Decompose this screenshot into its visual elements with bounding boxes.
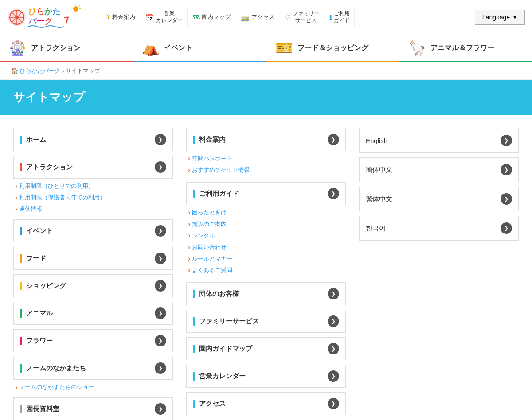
nav-access[interactable]: 🚃 アクセス	[236, 11, 279, 24]
tent-icon: ⛺	[142, 39, 160, 56]
sublink-help[interactable]: › 困ったときは	[188, 207, 346, 218]
section-pricing-label: 料金案内	[193, 136, 226, 144]
col3: English ❯ 簡体中文 ❯ 繁体中文 ❯ 한국어 ❯	[359, 128, 519, 245]
chevron-pass-icon: ›	[188, 155, 190, 163]
flower-arrow: ❯	[155, 335, 166, 346]
food-arrow: ❯	[155, 253, 166, 264]
section-biz-calendar[interactable]: 営業カレンダー ❯	[186, 365, 346, 388]
svg-text:パ: パ	[28, 17, 37, 26]
nav-pricing[interactable]: ¥ 料金案内	[102, 11, 140, 24]
section-event[interactable]: イベント ❯	[13, 219, 173, 242]
section-shopping-label: ショッピング	[20, 282, 66, 290]
main-nav-attraction[interactable]: 🎡 アトラクション	[0, 35, 133, 62]
lang-simplified-chinese-label: 簡体中文	[366, 166, 392, 174]
page-title: サイトマップ	[13, 89, 519, 105]
lang-traditional-chinese[interactable]: 繁体中文 ❯	[359, 187, 519, 211]
pricing-arrow: ❯	[328, 134, 339, 145]
pricing-sublinks: › 年間パスポート › おすすめチケット情報	[186, 153, 346, 176]
sublink-ticket[interactable]: › おすすめチケット情報	[188, 164, 346, 176]
section-biz-calendar-label: 営業カレンダー	[193, 372, 246, 381]
section-flower-label: フラワー	[20, 337, 53, 345]
chevron-right-icon: ›	[15, 182, 17, 190]
sublink-passport[interactable]: › 年間パスポート	[188, 153, 346, 164]
section-food[interactable]: フード ❯	[13, 247, 173, 270]
sublink-suspension[interactable]: › 運休情報	[15, 203, 173, 215]
sublink-restriction1[interactable]: › 利用制限（ひとりでの利用）	[15, 180, 173, 192]
svg-line-16	[78, 5, 80, 6]
sublink-facility[interactable]: › 施設のご案内	[188, 218, 346, 230]
lang-simplified-chinese[interactable]: 簡体中文 ❯	[359, 157, 519, 182]
section-family[interactable]: ファミリーサービス ❯	[186, 310, 346, 333]
lang-english[interactable]: English ❯	[359, 128, 519, 153]
heart-icon: ♡	[285, 13, 291, 22]
svg-text:ら: ら	[36, 7, 44, 16]
calendar-icon: 📅	[145, 13, 154, 22]
lang-korean[interactable]: 한국어 ❯	[359, 216, 519, 241]
section-food-label: フード	[20, 254, 46, 263]
main-nav-event[interactable]: ⛺ イベント	[133, 35, 266, 62]
svg-text:ー: ー	[36, 17, 44, 26]
english-arrow: ❯	[501, 135, 512, 146]
shopping-arrow: ❯	[155, 280, 166, 292]
chevron-right-icon2: ›	[15, 194, 17, 202]
section-gnome-label: ノームのなかまたち	[20, 364, 86, 373]
sublink-gnome-show[interactable]: › ノームのなかまたちのショー	[15, 381, 173, 393]
col1: ホーム ❯ アトラクション ❯ › 利用制限（ひとりでの利用） › 利用制限（保…	[13, 128, 173, 420]
section-guide-label: ご利用ガイド	[193, 190, 239, 198]
nav-map[interactable]: 🗺 園内マップ	[188, 11, 235, 24]
top-nav: ¥ 料金案内 📅 営業カレンダー 🗺 園内マップ 🚃 アクセス ♡ ファミリーサ…	[102, 8, 475, 27]
section-guidemap[interactable]: 園内ガイドマップ ❯	[186, 337, 346, 360]
sublink-faq[interactable]: › よくあるご質問	[188, 264, 346, 276]
animal-arrow: ❯	[155, 307, 166, 319]
section-attraction[interactable]: アトラクション ❯	[13, 156, 173, 179]
sublink-rules[interactable]: › ルールとマナー	[188, 253, 346, 264]
sublink-rental[interactable]: › レンタル	[188, 230, 346, 241]
language-button[interactable]: Language ▼	[475, 10, 525, 25]
main-nav-food[interactable]: 🎫 フード＆ショッピング	[266, 35, 399, 62]
svg-text:ひ: ひ	[28, 7, 36, 16]
lang-korean-label: 한국어	[366, 224, 386, 233]
breadcrumb-home-link[interactable]: ひらかたパーク	[20, 67, 60, 75]
section-group[interactable]: 団体のお客様 ❯	[186, 282, 346, 305]
gnome-arrow: ❯	[155, 362, 166, 374]
sublink-contact[interactable]: › お問い合わせ	[188, 241, 346, 253]
traditional-chinese-arrow: ❯	[501, 193, 512, 205]
nav-family[interactable]: ♡ ファミリーサービス	[280, 8, 324, 27]
breadcrumb: 🏠 ひらかたパーク › サイトマップ	[0, 62, 532, 80]
section-animal[interactable]: アニマル ❯	[13, 302, 173, 325]
chevron-down-icon: ▼	[512, 15, 517, 20]
guide-sublinks: › 困ったときは › 施設のご案内 › レンタル › お問い合わせ › ルー	[186, 207, 346, 276]
korean-arrow: ❯	[501, 222, 512, 234]
section-shopping[interactable]: ショッピング ❯	[13, 274, 173, 297]
section-gnome[interactable]: ノームのなかまたち ❯	[13, 357, 173, 380]
family-arrow: ❯	[328, 315, 339, 327]
nav-calendar[interactable]: 📅 営業カレンダー	[141, 8, 188, 27]
section-guide[interactable]: ご利用ガイド ❯	[186, 182, 346, 205]
section-home[interactable]: ホーム ❯	[13, 128, 173, 151]
section-animal-label: アニマル	[20, 309, 53, 318]
section-event-label: イベント	[20, 227, 53, 235]
section-flower[interactable]: フラワー ❯	[13, 329, 173, 352]
content: ホーム ❯ アトラクション ❯ › 利用制限（ひとりでの利用） › 利用制限（保…	[0, 124, 532, 420]
chevron-gnome-icon: ›	[15, 383, 17, 391]
sublink-restriction2[interactable]: › 利用制限（保護者同伴での利用）	[15, 192, 173, 203]
section-archive[interactable]: 園長資料室 ❯	[13, 397, 173, 420]
svg-point-14	[73, 6, 78, 12]
lang-english-label: English	[366, 137, 387, 144]
sitemap-grid: ホーム ❯ アトラクション ❯ › 利用制限（ひとりでの利用） › 利用制限（保…	[13, 128, 519, 420]
group-arrow: ❯	[328, 288, 339, 299]
section-access[interactable]: アクセス ❯	[186, 392, 346, 415]
section-family-label: ファミリーサービス	[193, 317, 259, 326]
logo[interactable]: ひ ら か た パ ー ク 7	[7, 4, 91, 31]
home-arrow: ❯	[155, 134, 166, 145]
section-pricing[interactable]: 料金案内 ❯	[186, 128, 346, 151]
section-access-label: アクセス	[193, 400, 226, 408]
section-home-label: ホーム	[20, 136, 46, 144]
access-arrow: ❯	[328, 398, 339, 409]
breadcrumb-current: サイトマップ	[66, 67, 100, 75]
simplified-chinese-arrow: ❯	[501, 164, 512, 175]
main-nav-animal[interactable]: 🦙 アニマル＆フラワー	[399, 35, 532, 62]
section-group-label: 団体のお客様	[193, 290, 239, 298]
train-icon: 🚃	[241, 13, 250, 22]
nav-guide[interactable]: ℹ ご利用ガイド	[325, 8, 355, 27]
